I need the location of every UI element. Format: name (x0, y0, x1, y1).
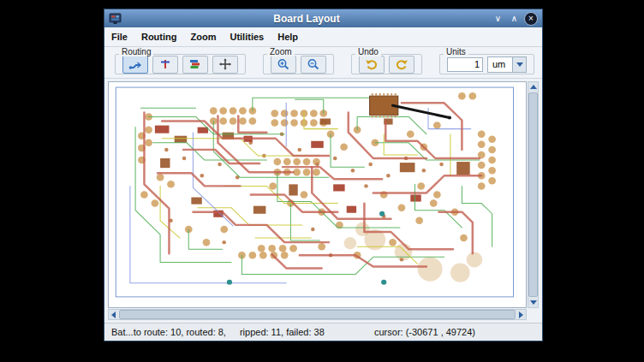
scroll-down-button[interactable] (528, 298, 538, 307)
redo-icon (395, 58, 408, 70)
routing-group-label: Routing (119, 48, 153, 56)
toolbar-group-undo: Undo (351, 54, 422, 74)
arrow-left-icon (111, 312, 116, 318)
move-button[interactable] (212, 56, 238, 74)
layers-icon (188, 58, 202, 70)
autoroute-icon (128, 58, 142, 70)
pcb-board (109, 82, 526, 307)
arrow-right-icon (519, 312, 523, 318)
move-icon (218, 58, 232, 70)
layers-button[interactable] (182, 56, 208, 74)
vertical-scrollbar[interactable] (528, 81, 539, 308)
units-combo-arrow-button[interactable] (512, 57, 526, 72)
scroll-up-button[interactable] (528, 82, 538, 92)
chevron-down-icon (516, 62, 523, 67)
app-icon (109, 12, 122, 25)
menu-item-routing[interactable]: Routing (141, 32, 177, 42)
arrow-down-icon (530, 300, 537, 305)
units-combo-value: um (488, 59, 512, 69)
fanout-icon (158, 58, 172, 70)
title-bar: Board Layout ∨ ∧ × (104, 9, 542, 27)
zoom-in-icon (277, 58, 290, 70)
zoom-in-button[interactable] (271, 56, 296, 74)
toolbar-group-zoom: Zoom (263, 54, 334, 74)
redo-button[interactable] (389, 56, 414, 74)
horizontal-scroll-thumb[interactable] (119, 310, 516, 319)
arrow-up-icon (530, 85, 537, 89)
undo-group-label: Undo (355, 48, 381, 56)
close-button[interactable]: × (524, 12, 538, 26)
board-scroll-pane (108, 81, 539, 320)
minimize-icon: ∨ (495, 12, 501, 25)
cursor-position-text: cursor: (-30671 , 49724) (374, 327, 475, 337)
zoom-out-icon (307, 58, 320, 70)
board-canvas[interactable] (108, 81, 527, 308)
toolbar: Routing (104, 47, 542, 79)
screen-background: Board Layout ∨ ∧ × File Routing Zoom Uti… (0, 0, 644, 362)
units-combo[interactable]: um (487, 56, 527, 73)
app-window: Board Layout ∨ ∧ × File Routing Zoom Uti… (104, 9, 543, 341)
fanout-button[interactable] (152, 56, 178, 74)
autoroute-status-text: Bat...to route: 10, routed: 8, (111, 327, 226, 337)
maximize-button[interactable]: ∧ (508, 12, 521, 25)
close-icon: × (528, 12, 534, 25)
scroll-left-button[interactable] (109, 310, 118, 319)
status-bar: Bat...to route: 10, routed: 8, ripped: 1… (104, 323, 542, 341)
units-input[interactable] (447, 57, 483, 72)
undo-button[interactable] (359, 56, 385, 74)
menu-item-help[interactable]: Help (277, 32, 298, 42)
vertical-scroll-thumb[interactable] (528, 92, 538, 297)
menu-item-file[interactable]: File (111, 32, 128, 42)
undo-icon (365, 58, 379, 70)
menu-item-utilities[interactable]: Utilities (230, 32, 264, 42)
menu-item-zoom[interactable]: Zoom (191, 32, 217, 42)
minimize-button[interactable]: ∨ (492, 12, 504, 25)
horizontal-scrollbar[interactable] (108, 309, 527, 320)
units-group-label: Units (444, 48, 468, 56)
autoroute-button[interactable] (122, 56, 148, 74)
maximize-icon: ∧ (511, 12, 517, 25)
menu-bar: File Routing Zoom Utilities Help (104, 27, 542, 47)
ripped-status-text: ripped: 11, failed: 38 (240, 327, 325, 337)
toolbar-group-units: Units um (439, 54, 534, 74)
scroll-right-button[interactable] (516, 310, 526, 319)
zoom-group-label: Zoom (267, 48, 295, 56)
zoom-out-button[interactable] (301, 56, 326, 74)
window-title: Board Layout (125, 13, 488, 25)
toolbar-group-routing: Routing (115, 54, 246, 74)
